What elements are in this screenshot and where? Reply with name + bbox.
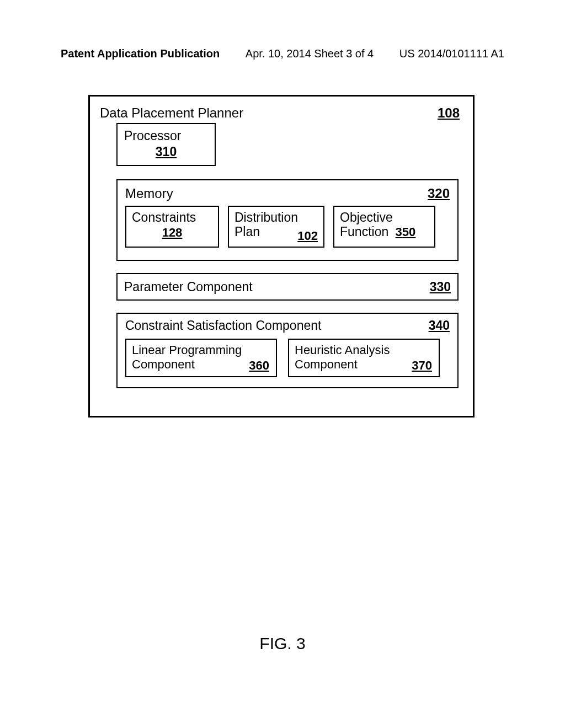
lp-l1: Linear Programming — [132, 343, 270, 357]
parameter-component-box: Parameter Component 330 — [116, 273, 459, 301]
planner-title: Data Placement Planner — [100, 105, 243, 121]
constraints-box: Constraints 128 — [125, 206, 219, 248]
lp-ref: 360 — [249, 358, 269, 373]
objective-l2: Function — [340, 224, 388, 239]
objective-function-box: Objective Function 350 — [333, 206, 435, 248]
processor-ref: 310 — [156, 144, 177, 159]
csc-label: Constraint Satisfaction Component — [125, 318, 321, 333]
memory-ref: 320 — [428, 186, 450, 201]
processor-box: Processor 310 — [116, 123, 216, 166]
objective-l1: Objective — [340, 210, 429, 224]
memory-box: Memory 320 Constraints 128 Distribution … — [116, 179, 459, 261]
header-pub: Patent Application Publication — [61, 47, 220, 60]
memory-label: Memory — [125, 186, 173, 201]
distribution-plan-box: Distribution Plan 102 — [228, 206, 324, 248]
processor-label: Processor — [124, 129, 208, 143]
header-pubno: US 2014/0101111 A1 — [399, 47, 504, 60]
heuristic-analysis-box: Heuristic Analysis Component 370 — [288, 339, 440, 377]
param-ref: 330 — [430, 280, 451, 295]
ha-ref: 370 — [412, 358, 432, 373]
constraint-satisfaction-box: Constraint Satisfaction Component 340 Li… — [116, 313, 459, 388]
distribution-ref: 102 — [297, 229, 318, 243]
data-placement-planner-box: Data Placement Planner 108 Processor 310… — [88, 95, 475, 417]
csc-ref: 340 — [429, 318, 450, 333]
figure-caption: FIG. 3 — [0, 634, 565, 653]
param-label: Parameter Component — [124, 280, 253, 295]
header-date-sheet: Apr. 10, 2014 Sheet 3 of 4 — [246, 47, 374, 60]
linear-programming-box: Linear Programming Component 360 — [125, 339, 277, 377]
planner-ref: 108 — [438, 105, 460, 121]
constraints-ref: 128 — [132, 226, 212, 240]
objective-ref: 350 — [396, 225, 416, 239]
ha-l1: Heuristic Analysis — [295, 343, 433, 357]
page-header: Patent Application Publication Apr. 10, … — [61, 47, 504, 60]
distribution-l1: Distribution — [234, 210, 318, 224]
constraints-label: Constraints — [132, 210, 212, 224]
